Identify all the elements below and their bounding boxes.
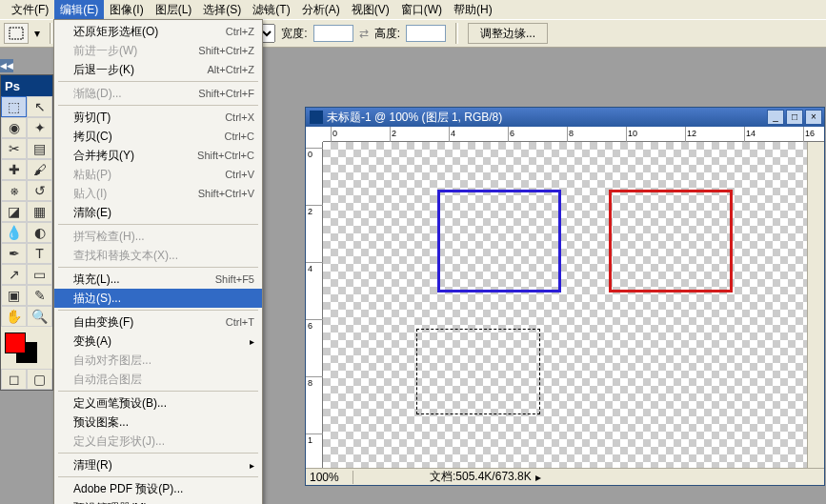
- menu-item: 查找和替换文本(X)...: [54, 246, 262, 265]
- ps-logo: Ps: [1, 75, 52, 96]
- menu-9[interactable]: 帮助(H): [448, 0, 498, 20]
- brush-tool[interactable]: 🖌: [27, 159, 52, 180]
- document-window: 未标题-1 @ 100% (图层 1, RGB/8) _ □ × 0246810…: [305, 107, 825, 486]
- status-menu-arrow[interactable]: ▸: [535, 471, 541, 484]
- move-tool[interactable]: ↖: [27, 96, 52, 117]
- chevron-down-icon[interactable]: ▾: [34, 27, 40, 40]
- refine-edge-button[interactable]: 调整边缘...: [468, 23, 548, 44]
- notes-tool[interactable]: ▣: [1, 285, 27, 306]
- quickmask-toggle[interactable]: ◻: [1, 369, 27, 390]
- menu-item[interactable]: 填充(L)...Shift+F5: [54, 270, 262, 289]
- menu-5[interactable]: 滤镜(T): [247, 0, 295, 20]
- edit-menu-dropdown: 还原矩形选框(O)Ctrl+Z前进一步(W)Shift+Ctrl+Z后退一步(K…: [53, 19, 263, 504]
- gradient-tool[interactable]: ▦: [27, 201, 52, 222]
- menu-item: 粘贴(P)Ctrl+V: [54, 165, 262, 184]
- marquee-tool-icon: [4, 23, 29, 44]
- crop-tool[interactable]: ✂: [1, 138, 27, 159]
- shape-tool[interactable]: ▭: [27, 264, 52, 285]
- menu-item[interactable]: 清除(E): [54, 203, 262, 222]
- stamp-tool[interactable]: ⎈: [1, 180, 27, 201]
- blue-rectangle-shape: [437, 190, 561, 292]
- menu-bar: 文件(F)编辑(E)图像(I)图层(L)选择(S)滤镜(T)分析(A)视图(V)…: [0, 0, 826, 19]
- close-button[interactable]: ×: [805, 110, 822, 125]
- menu-item[interactable]: Adobe PDF 预设(P)...: [54, 479, 262, 498]
- doc-size-label: 文档:505.4K/673.8K: [430, 469, 532, 485]
- marquee-tool[interactable]: ⬚: [1, 96, 27, 117]
- menu-item[interactable]: 后退一步(K)Alt+Ctrl+Z: [54, 60, 262, 79]
- menu-item[interactable]: 自由变换(F)Ctrl+T: [54, 312, 262, 332]
- menu-item[interactable]: 还原矩形选框(O)Ctrl+Z: [54, 22, 262, 41]
- zoom-field[interactable]: 100%: [306, 471, 353, 484]
- menu-8[interactable]: 窗口(W): [395, 0, 448, 20]
- canvas[interactable]: [323, 142, 807, 468]
- menu-item[interactable]: 预设管理器(M)...: [54, 498, 262, 504]
- separator: [50, 23, 52, 44]
- blur-tool[interactable]: 💧: [1, 222, 27, 243]
- swap-icon[interactable]: ⇄: [359, 27, 369, 40]
- ruler-horizontal: 0246810121416: [323, 127, 824, 142]
- menu-item[interactable]: 拷贝(C)Ctrl+C: [54, 127, 262, 146]
- menu-item: 自动对齐图层...: [54, 351, 262, 370]
- menu-item[interactable]: 清理(R): [54, 455, 262, 474]
- heal-tool[interactable]: ✚: [1, 159, 27, 180]
- eyedropper-tool[interactable]: ✎: [27, 285, 52, 306]
- color-swatches[interactable]: [1, 331, 52, 369]
- minimize-button[interactable]: _: [767, 110, 784, 125]
- menu-2[interactable]: 图像(I): [104, 0, 149, 20]
- menu-item[interactable]: 合并拷贝(Y)Shift+Ctrl+C: [54, 146, 262, 165]
- palette-collapse-tab[interactable]: ◀◀: [0, 59, 13, 72]
- ps-doc-icon: [310, 111, 323, 124]
- menu-6[interactable]: 分析(A): [296, 0, 346, 20]
- svg-rect-0: [10, 28, 23, 39]
- menu-item: 自动混合图层: [54, 370, 262, 389]
- marquee-selection: [416, 329, 540, 414]
- menu-item: 拼写检查(H)...: [54, 227, 262, 246]
- document-titlebar[interactable]: 未标题-1 @ 100% (图层 1, RGB/8) _ □ ×: [306, 108, 824, 127]
- height-label: 高度:: [374, 26, 400, 42]
- separator: [455, 23, 458, 44]
- screenmode-toggle[interactable]: ▢: [27, 369, 52, 390]
- menu-item: 前进一步(W)Shift+Ctrl+Z: [54, 41, 262, 60]
- menu-4[interactable]: 选择(S): [197, 0, 247, 20]
- eraser-tool[interactable]: ◪: [1, 201, 27, 222]
- lasso-tool[interactable]: ◉: [1, 117, 27, 138]
- dodge-tool[interactable]: ◐: [27, 222, 52, 243]
- pen-tool[interactable]: ✒: [1, 243, 27, 264]
- width-input[interactable]: [313, 25, 353, 42]
- width-label: 宽度:: [281, 26, 307, 42]
- type-tool[interactable]: T: [27, 243, 52, 264]
- document-title: 未标题-1 @ 100% (图层 1, RGB/8): [327, 110, 502, 126]
- slice-tool[interactable]: ▤: [27, 138, 52, 159]
- toolbox: Ps ⬚↖ ◉✦ ✂▤ ✚🖌 ⎈↺ ◪▦ 💧◐ ✒T ↗▭ ▣✎ ✋🔍 ◻▢: [0, 74, 53, 391]
- menu-item[interactable]: 变换(A): [54, 332, 262, 351]
- menu-3[interactable]: 图层(L): [150, 0, 198, 20]
- menu-7[interactable]: 视图(V): [346, 0, 395, 20]
- menu-0[interactable]: 文件(F): [6, 0, 54, 20]
- wand-tool[interactable]: ✦: [27, 117, 52, 138]
- foreground-color[interactable]: [5, 333, 26, 353]
- menu-item: 定义自定形状(J)...: [54, 432, 262, 451]
- menu-item: 渐隐(D)...Shift+Ctrl+F: [54, 84, 262, 103]
- menu-item[interactable]: 剪切(T)Ctrl+X: [54, 108, 262, 127]
- menu-item: 贴入(I)Shift+Ctrl+V: [54, 184, 262, 203]
- path-tool[interactable]: ↗: [1, 264, 27, 285]
- ruler-vertical: 024681: [306, 142, 323, 468]
- hand-tool[interactable]: ✋: [1, 306, 27, 327]
- red-rectangle-shape: [609, 190, 733, 292]
- status-bar: 100% 文档:505.4K/673.8K ▸: [306, 468, 824, 485]
- maximize-button[interactable]: □: [786, 110, 803, 125]
- menu-1[interactable]: 编辑(E): [54, 0, 104, 20]
- history-brush-tool[interactable]: ↺: [27, 180, 52, 201]
- menu-item[interactable]: 描边(S)...: [54, 289, 262, 308]
- menu-item[interactable]: 定义画笔预设(B)...: [54, 393, 262, 413]
- menu-item[interactable]: 预设图案...: [54, 413, 262, 432]
- scrollbar-vertical[interactable]: [807, 142, 824, 468]
- height-input[interactable]: [406, 25, 446, 42]
- zoom-tool[interactable]: 🔍: [27, 306, 52, 327]
